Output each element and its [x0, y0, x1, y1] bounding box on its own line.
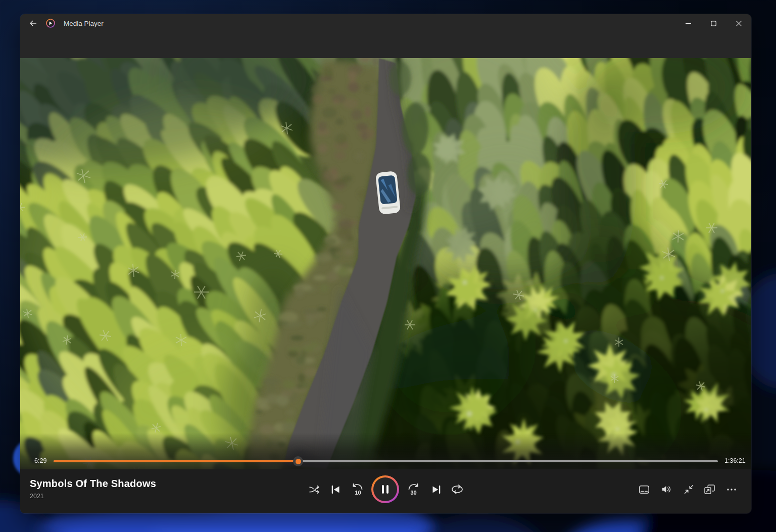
svg-text:10: 10 [355, 489, 361, 495]
svg-text:30: 30 [411, 489, 417, 495]
